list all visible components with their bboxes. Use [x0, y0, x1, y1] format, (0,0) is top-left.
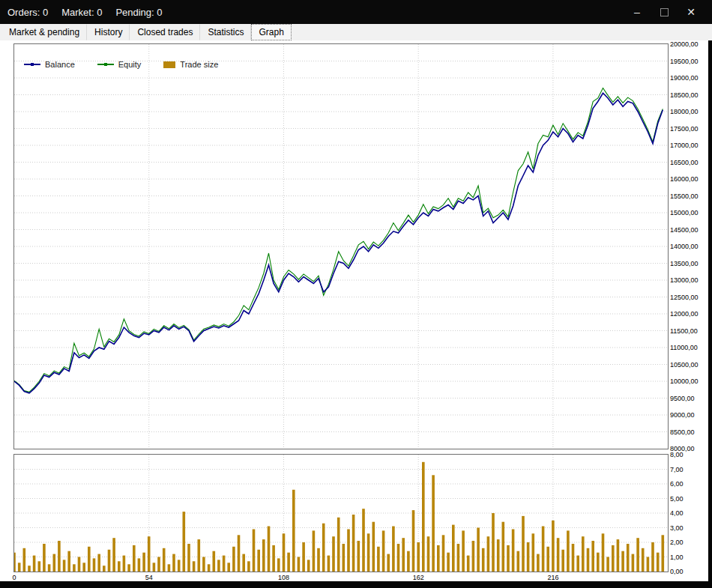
y-axis-label: 5,00	[670, 495, 684, 503]
tab-graph[interactable]: Graph	[251, 24, 291, 40]
trade-size-bar	[313, 530, 316, 572]
trade-size-bar	[73, 564, 76, 572]
trade-size-bar	[557, 538, 560, 572]
minimize-button[interactable]: –	[624, 6, 651, 18]
y-axis-label: 1,00	[670, 554, 684, 561]
trade-size-bar	[561, 550, 564, 572]
tab-closed-trades[interactable]: Closed trades	[130, 24, 200, 40]
trade-size-bar	[238, 535, 241, 572]
trade-size-bar	[208, 564, 211, 572]
trade-size-bar	[597, 553, 600, 572]
trade-size-bar	[247, 561, 250, 572]
maximize-button[interactable]	[651, 8, 678, 16]
trade-size-bar	[537, 554, 540, 572]
x-axis-label: 216	[547, 574, 558, 581]
chart-legend: Balance Equity Trade size	[24, 60, 218, 69]
y-axis-label: 8500,00	[670, 428, 695, 436]
trade-size-bar	[172, 554, 175, 572]
trade-size-bar	[78, 557, 81, 572]
tab-history[interactable]: History	[87, 24, 130, 40]
trade-size-bar	[437, 545, 440, 572]
trading-terminal-window: Orders: 0 Market: 0 Pending: 0 – ✕ Marke…	[0, 0, 712, 588]
y-axis-label: 16500,00	[670, 159, 699, 166]
y-axis-label: 11500,00	[670, 327, 698, 335]
trade-size-bar	[322, 524, 325, 572]
trade-size-bar	[28, 566, 31, 572]
trade-size-bar	[157, 557, 160, 572]
y-axis-label: 11000,00	[670, 344, 698, 351]
trade-size-bar	[576, 556, 579, 572]
trade-size-bar	[343, 544, 346, 572]
y-axis-label: 19500,00	[670, 58, 699, 65]
trade-size-bar	[357, 541, 360, 572]
close-button[interactable]: ✕	[678, 6, 705, 18]
trade-size-bar	[43, 544, 46, 572]
trade-size-bar	[542, 527, 545, 572]
balance-equity-chart	[13, 43, 669, 449]
trade-size-swatch	[163, 61, 175, 68]
trade-size-bar	[67, 551, 70, 572]
trade-size-bar	[142, 553, 145, 572]
legend-item-balance: Balance	[24, 60, 75, 69]
tab-statistics[interactable]: Statistics	[200, 24, 251, 40]
y-axis-label: 18500,00	[670, 91, 699, 99]
trade-size-bar	[507, 545, 510, 572]
y-axis-label: 0,00	[670, 568, 684, 575]
trade-size-bar	[178, 560, 181, 572]
trade-size-bar	[108, 550, 111, 572]
trade-size-bar	[427, 536, 430, 572]
trade-size-bar	[148, 536, 151, 572]
trade-size-bar	[48, 564, 51, 572]
trade-size-bar	[97, 554, 100, 572]
trade-size-bar	[277, 558, 280, 572]
trade-size-bar	[517, 551, 520, 572]
y-axis-label: 7,00	[670, 466, 684, 473]
trade-size-bar	[527, 542, 530, 572]
trade-size-bar	[292, 490, 295, 572]
trade-size-bar	[163, 548, 166, 572]
trade-size-bar	[632, 554, 635, 572]
trade-size-bar	[492, 513, 495, 572]
y-axis-label: 13500,00	[670, 260, 699, 267]
trade-size-bar	[88, 547, 91, 572]
legend-item-equity: Equity	[97, 60, 142, 69]
trade-size-bar	[213, 551, 216, 572]
trade-size-bar	[227, 563, 230, 572]
trade-size-bar	[262, 539, 265, 572]
y-axis-label: 14000,00	[670, 243, 699, 250]
y-axis-label: 12500,00	[670, 294, 699, 301]
trade-size-bar	[33, 556, 36, 572]
trade-size-bar	[552, 521, 555, 572]
trade-size-bar	[392, 527, 395, 572]
trade-size-bar	[472, 541, 475, 572]
trade-size-bar	[606, 557, 609, 572]
trade-size-bar	[272, 545, 275, 572]
balance-equity-chart-svg	[14, 44, 668, 449]
trade-size-bar	[23, 548, 26, 572]
trade-size-bar	[407, 551, 410, 572]
y-axis-label: 12000,00	[670, 310, 699, 318]
trade-size-bar	[317, 548, 320, 572]
tab-market-pending[interactable]: Market & pending	[1, 24, 87, 40]
trade-size-bar	[567, 530, 570, 572]
trade-size-chart-svg	[14, 455, 668, 572]
y-axis-label: 3,00	[670, 524, 684, 532]
trade-size-bar	[627, 544, 630, 572]
trade-size-bar	[412, 510, 415, 572]
trade-size-bar	[432, 475, 435, 572]
y-axis-label: 18000,00	[670, 108, 699, 115]
equity-line	[14, 88, 663, 392]
trade-size-bar	[447, 553, 450, 572]
titlebar: Orders: 0 Market: 0 Pending: 0 – ✕	[0, 0, 712, 24]
y-axis-label: 15500,00	[670, 193, 699, 200]
trade-size-bar	[168, 564, 171, 572]
trade-size-bar	[497, 539, 500, 572]
trade-size-bar	[58, 541, 61, 572]
y-axis-label: 10500,00	[670, 361, 699, 369]
trade-size-bar	[253, 530, 256, 572]
trade-size-bar	[257, 550, 260, 572]
maximize-icon	[660, 8, 669, 16]
trade-size-bar	[467, 556, 470, 572]
trade-size-bar	[387, 554, 390, 572]
x-axis: 054108162216	[0, 574, 708, 584]
